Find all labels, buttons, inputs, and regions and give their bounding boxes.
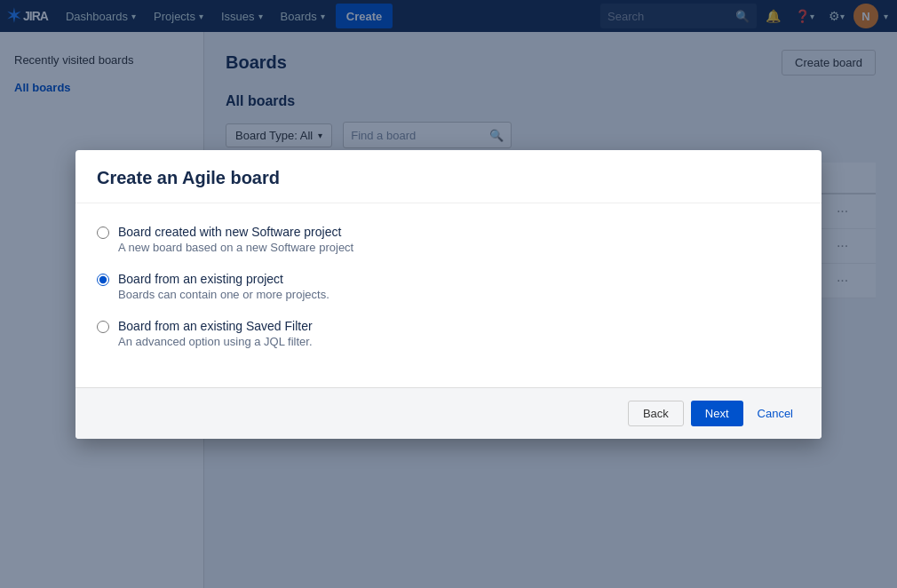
option-saved-filter-label: Board from an existing Saved Filter	[118, 319, 313, 333]
option-existing-project: Board from an existing project Boards ca…	[97, 272, 800, 301]
radio-existing-project[interactable]	[97, 274, 109, 286]
option-new-software-project: Board created with new Software project …	[97, 225, 800, 254]
create-agile-board-modal: Create an Agile board Board created with…	[75, 150, 822, 439]
next-button[interactable]: Next	[691, 401, 743, 426]
option-new-software-project-desc: A new board based on a new Software proj…	[118, 241, 353, 254]
modal-header: Create an Agile board	[75, 150, 822, 203]
option-saved-filter: Board from an existing Saved Filter An a…	[97, 319, 800, 348]
modal-overlay: Create an Agile board Board created with…	[0, 0, 897, 588]
option-new-software-project-label: Board created with new Software project	[118, 225, 353, 239]
option-existing-project-desc: Boards can contain one or more projects.	[118, 288, 329, 301]
cancel-button[interactable]: Cancel	[750, 401, 800, 426]
back-button[interactable]: Back	[628, 401, 684, 426]
radio-new-software-project[interactable]	[97, 226, 109, 239]
option-existing-project-label: Board from an existing project	[118, 272, 329, 286]
modal-footer: Back Next Cancel	[75, 387, 822, 439]
modal-title: Create an Agile board	[97, 168, 800, 188]
modal-body: Board created with new Software project …	[75, 203, 822, 387]
radio-saved-filter[interactable]	[97, 321, 109, 333]
option-saved-filter-desc: An advanced option using a JQL filter.	[118, 335, 313, 348]
